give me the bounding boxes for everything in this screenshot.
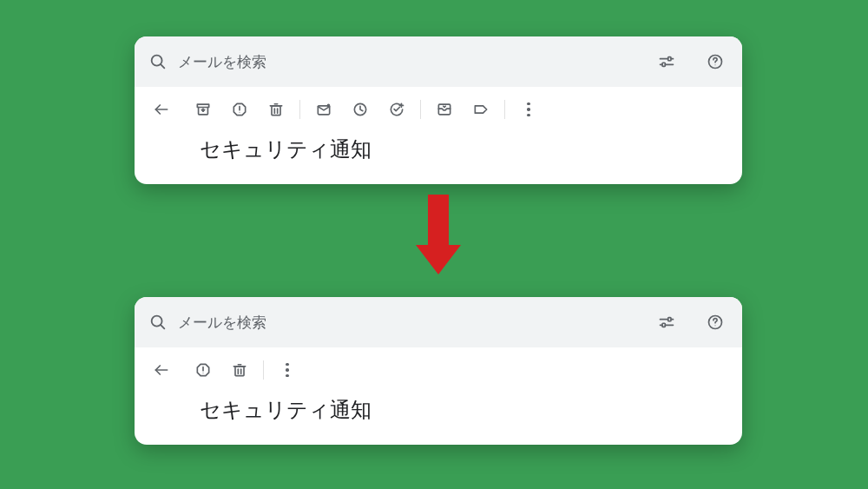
help-icon <box>707 53 724 70</box>
help-icon <box>707 314 724 331</box>
search-placeholder: メールを検索 <box>178 313 266 333</box>
search-icon <box>148 313 168 332</box>
help-button[interactable] <box>699 45 732 78</box>
gmail-panel-after: メールを検索 セキュリティ通知 <box>135 297 742 445</box>
report-spam-icon <box>194 361 212 379</box>
toolbar-divider <box>299 100 300 119</box>
svg-point-36 <box>715 325 716 326</box>
delete-button[interactable] <box>221 352 258 388</box>
search-filter-button[interactable] <box>650 45 683 78</box>
filter-icon <box>658 53 675 70</box>
svg-rect-7 <box>662 63 665 66</box>
help-button[interactable] <box>699 306 732 339</box>
svg-line-28 <box>161 325 164 328</box>
report-spam-icon <box>231 101 248 118</box>
toolbar-reduced <box>135 347 742 393</box>
svg-point-22 <box>327 104 331 108</box>
labels-icon <box>472 101 490 118</box>
svg-rect-11 <box>197 104 208 107</box>
toolbar-full <box>135 87 742 132</box>
mark-unread-button[interactable] <box>306 91 342 128</box>
snooze-button[interactable] <box>342 91 378 128</box>
add-task-button[interactable] <box>378 91 415 128</box>
back-icon <box>153 101 170 118</box>
move-to-icon <box>436 101 453 118</box>
move-to-button[interactable] <box>426 91 463 128</box>
svg-point-9 <box>715 64 716 65</box>
add-task-icon <box>388 101 405 118</box>
delete-icon <box>231 361 248 379</box>
toolbar-divider <box>504 100 505 119</box>
report-spam-button[interactable] <box>185 352 221 388</box>
gmail-panel-before: メールを検索 <box>135 36 742 184</box>
search-filter-button[interactable] <box>650 306 683 339</box>
email-subject: セキュリティ通知 <box>135 132 742 163</box>
back-button[interactable] <box>143 91 180 128</box>
snooze-icon <box>352 101 369 118</box>
delete-button[interactable] <box>258 91 294 128</box>
transition-arrow <box>421 195 456 281</box>
search-placeholder: メールを検索 <box>178 52 266 72</box>
toolbar-divider <box>263 360 264 380</box>
svg-rect-31 <box>668 318 671 321</box>
search-bar[interactable]: メールを検索 <box>135 297 742 347</box>
svg-rect-34 <box>662 323 665 327</box>
archive-icon <box>194 101 212 118</box>
more-icon <box>286 363 289 378</box>
svg-rect-4 <box>668 57 671 61</box>
mark-unread-icon <box>315 101 332 118</box>
svg-line-1 <box>161 64 164 68</box>
labels-button[interactable] <box>463 91 499 128</box>
more-button[interactable] <box>269 352 306 388</box>
filter-icon <box>658 314 675 331</box>
email-subject: セキュリティ通知 <box>135 393 742 424</box>
back-icon <box>153 361 170 379</box>
archive-button[interactable] <box>185 91 221 128</box>
more-button[interactable] <box>510 91 547 128</box>
svg-point-40 <box>203 373 204 373</box>
search-bar[interactable]: メールを検索 <box>135 36 742 87</box>
toolbar-divider <box>420 100 421 119</box>
svg-rect-16 <box>272 106 280 116</box>
more-icon <box>527 102 530 117</box>
back-button[interactable] <box>143 352 180 388</box>
report-spam-button[interactable] <box>221 91 258 128</box>
svg-rect-41 <box>235 367 244 376</box>
delete-icon <box>267 101 285 118</box>
svg-point-15 <box>240 112 240 113</box>
search-icon <box>148 52 168 71</box>
